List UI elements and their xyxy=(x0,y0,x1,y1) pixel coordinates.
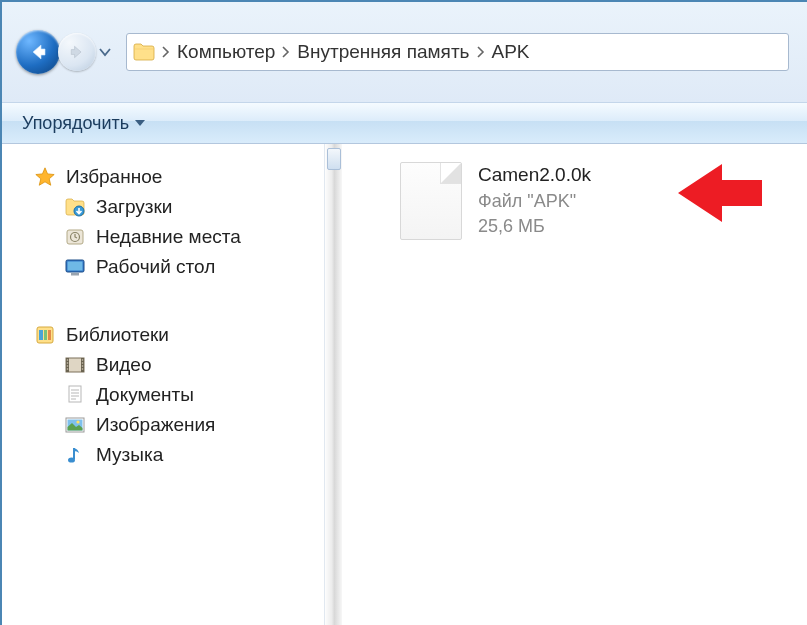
chevron-right-icon xyxy=(476,46,486,58)
svg-point-24 xyxy=(76,420,79,423)
music-icon xyxy=(64,444,86,466)
svg-rect-8 xyxy=(44,330,47,340)
explorer-window: Компьютер Внутренняя память APK Упорядоч… xyxy=(0,0,807,625)
recent-places-icon xyxy=(64,226,86,248)
sidebar-item-label: Документы xyxy=(96,384,194,406)
pane-splitter[interactable] xyxy=(324,144,342,625)
downloads-icon xyxy=(64,196,86,218)
svg-rect-4 xyxy=(68,262,83,271)
file-list-pane: Camen2.0.0k Файл "APK" 25,6 МБ xyxy=(342,144,807,625)
generic-file-icon xyxy=(400,162,462,240)
sidebar-item-desktop[interactable]: Рабочий стол xyxy=(34,252,324,282)
svg-point-19 xyxy=(82,365,84,367)
chevron-down-icon xyxy=(99,46,111,58)
sidebar-group-libraries[interactable]: Библиотеки xyxy=(34,320,324,350)
svg-point-18 xyxy=(82,362,84,364)
back-arrow-icon xyxy=(27,41,49,63)
svg-point-20 xyxy=(82,368,84,370)
svg-point-16 xyxy=(67,368,69,370)
nav-buttons xyxy=(16,30,114,74)
sidebar-item-label: Видео xyxy=(96,354,152,376)
sidebar-item-pictures[interactable]: Изображения xyxy=(34,410,324,440)
sidebar-group-label: Избранное xyxy=(66,166,162,188)
svg-point-15 xyxy=(67,365,69,367)
chevron-right-icon xyxy=(161,46,171,58)
file-size: 25,6 МБ xyxy=(478,214,591,239)
forward-button[interactable] xyxy=(58,33,96,71)
breadcrumb-item[interactable]: Компьютер xyxy=(177,41,275,63)
scroll-thumb[interactable] xyxy=(327,148,341,170)
content-panes: Избранное Загрузки xyxy=(2,144,807,625)
svg-rect-5 xyxy=(71,273,79,276)
video-icon xyxy=(64,354,86,376)
documents-icon xyxy=(64,384,86,406)
sidebar-item-label: Недавние места xyxy=(96,226,241,248)
svg-rect-21 xyxy=(69,386,81,402)
chevron-right-icon xyxy=(281,46,291,58)
svg-point-14 xyxy=(67,362,69,364)
forward-arrow-icon xyxy=(68,43,86,61)
folder-icon xyxy=(133,42,155,62)
svg-point-17 xyxy=(82,359,84,361)
sidebar-item-recent[interactable]: Недавние места xyxy=(34,222,324,252)
organize-label: Упорядочить xyxy=(22,113,129,134)
svg-rect-7 xyxy=(39,330,43,340)
organize-button[interactable]: Упорядочить xyxy=(22,113,145,134)
sidebar-group-label: Библиотеки xyxy=(66,324,169,346)
sidebar-item-label: Рабочий стол xyxy=(96,256,215,278)
toolbar: Упорядочить xyxy=(2,102,807,144)
svg-rect-9 xyxy=(48,330,51,340)
back-button[interactable] xyxy=(16,30,60,74)
svg-point-13 xyxy=(67,359,69,361)
desktop-icon xyxy=(64,256,86,278)
sidebar-item-label: Изображения xyxy=(96,414,215,436)
breadcrumb-item[interactable]: APK xyxy=(492,41,530,63)
sidebar-item-label: Загрузки xyxy=(96,196,172,218)
highlight-arrow-icon xyxy=(672,162,762,224)
sidebar-item-video[interactable]: Видео xyxy=(34,350,324,380)
navigation-row: Компьютер Внутренняя память APK xyxy=(2,2,807,102)
file-type: Файл "APK" xyxy=(478,189,591,214)
address-bar[interactable]: Компьютер Внутренняя память APK xyxy=(126,33,789,71)
breadcrumb-item[interactable]: Внутренняя память xyxy=(297,41,469,63)
sidebar-item-downloads[interactable]: Загрузки xyxy=(34,192,324,222)
sidebar-item-music[interactable]: Музыка xyxy=(34,440,324,470)
chevron-down-icon xyxy=(135,119,145,127)
svg-point-25 xyxy=(68,457,75,462)
libraries-icon xyxy=(34,324,56,346)
star-icon xyxy=(34,166,56,188)
nav-history-dropdown[interactable] xyxy=(96,46,114,58)
pictures-icon xyxy=(64,414,86,436)
file-details: Camen2.0.0k Файл "APK" 25,6 МБ xyxy=(478,162,591,240)
navigation-pane: Избранное Загрузки xyxy=(2,144,324,625)
sidebar-item-label: Музыка xyxy=(96,444,163,466)
sidebar-group-favorites[interactable]: Избранное xyxy=(34,162,324,192)
sidebar-item-documents[interactable]: Документы xyxy=(34,380,324,410)
file-name: Camen2.0.0k xyxy=(478,162,591,189)
